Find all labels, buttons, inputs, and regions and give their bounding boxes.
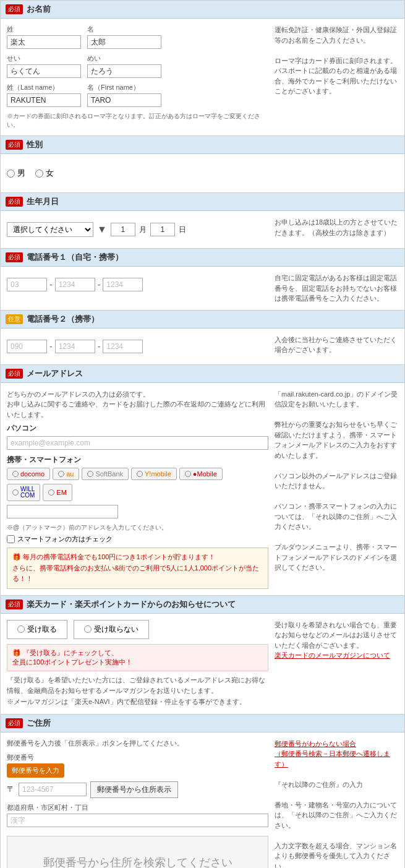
gender-title: 性別 <box>27 139 43 150</box>
carrier-ymobile[interactable]: Y!mobile <box>131 468 177 480</box>
zip-tooltip-button[interactable]: 郵便番号を入力 <box>7 763 64 778</box>
magazine-decline-btn[interactable]: 受け取らない <box>74 620 149 639</box>
carrier-softbank-radio[interactable] <box>87 471 93 477</box>
carrier-ymobile-radio[interactable] <box>137 471 143 477</box>
carrier-omobile-label: ●Mobile <box>193 470 217 478</box>
zip-tooltip-area: 郵便番号を入力 <box>7 763 64 778</box>
carrier-docomo-radio[interactable] <box>12 471 19 477</box>
phone1-part3-input[interactable] <box>103 278 143 291</box>
phone2-part3-input[interactable] <box>103 340 143 353</box>
carrier-au[interactable]: au <box>53 468 79 480</box>
smartphone-checkbox[interactable] <box>7 535 15 543</box>
zip-field-label: 郵便番号 <box>7 753 64 762</box>
zip-input[interactable] <box>19 783 87 796</box>
gender-male-label[interactable]: 男 <box>7 168 25 179</box>
phone2-part1-input[interactable] <box>7 340 47 353</box>
at-note: ※@（アットマーク）前のアドレスを入力してください。 <box>7 523 268 532</box>
magazine-note: 受け取りを希望されない場合でも、重要なお知らせなどのメールはお送りさせていただく… <box>275 620 398 708</box>
email-promo-line2: さらに、携帯電話料金のお支払い&街でのご利用で5人に1人1,000ポイントが当た… <box>12 564 259 583</box>
email-promo-line1: 毎月の携帯電話料金でも100円につき1ポイントが貯まります！ <box>23 553 215 561</box>
carrier-em-label: EM <box>56 489 67 496</box>
gender-male-radio[interactable] <box>7 170 15 178</box>
magazine-badge: 必須 <box>6 599 23 609</box>
phone2-part2-input[interactable] <box>55 340 95 353</box>
mobile-email-input[interactable] <box>7 505 118 518</box>
pref-label: 都道府県・市区町村・丁目 <box>7 803 268 812</box>
carrier-au-radio[interactable] <box>58 471 64 477</box>
carrier-willcom[interactable]: WILLCOM <box>7 484 40 501</box>
hira-first-input[interactable] <box>87 64 161 78</box>
phone2-title: 電話番号２（携帯） <box>27 314 99 325</box>
gender-male-text: 男 <box>17 168 25 179</box>
pc-email-input[interactable] <box>7 436 268 450</box>
name-section-header: 必須 お名前 <box>1 1 404 19</box>
carrier-em[interactable]: EM <box>43 484 72 501</box>
email-section: 必須 メールアドレス どちらかのメールアドレスの入力は必須です。お申し込みに関す… <box>1 365 404 596</box>
hira-first-label: めい <box>87 54 161 63</box>
roman-first-input[interactable] <box>87 93 161 107</box>
carrier-docomo[interactable]: docomo <box>7 468 50 480</box>
hira-last-input[interactable] <box>7 64 81 78</box>
phone2-sep2: - <box>98 342 101 351</box>
hira-row: せい めい <box>7 54 268 78</box>
email-intro: どちらかのメールアドレスの入力は必須です。お申し込みに関するご連絡や、カードをお… <box>7 389 268 420</box>
carrier-willcom-radio[interactable] <box>12 489 19 496</box>
birthday-year-select[interactable]: 選択してください <box>7 222 93 237</box>
magazine-receive-btn[interactable]: 受け取る <box>7 620 67 639</box>
phone1-part1-input[interactable] <box>7 278 47 291</box>
gender-note <box>275 160 398 186</box>
address-note-body1: 『それ以降のご住所』の入力番地・号・建物名・号室の入力については、「それ以降のご… <box>275 781 397 868</box>
email-title: メールアドレス <box>27 368 83 379</box>
phone1-section: 必須 電話番号１（自宅・携帯） - - 自宅に固定電話があるお客様は固定電話番号… <box>1 249 404 311</box>
magazine-section-body: 受け取る 受け取らない 🎁 『受け取る』にチェックして、全員に100ポイントプレ… <box>1 614 404 714</box>
phone1-title: 電話番号１（自宅・携帯） <box>27 252 123 263</box>
pc-email-label: パソコン <box>7 423 268 434</box>
roman-first-label: 名（First name） <box>87 83 161 92</box>
phone2-note: 入会後に当社からご連絡させていただく場合がございます。 <box>275 335 398 358</box>
magazine-receive-label: 受け取る <box>27 624 57 635</box>
magazine-receive-radio[interactable] <box>17 625 25 633</box>
carrier-omobile-radio[interactable] <box>185 471 191 477</box>
magazine-decline-radio[interactable] <box>84 625 92 633</box>
birthday-form-area: 選択してください ▼ 月 日 <box>7 217 268 242</box>
address-section: 必須 ご住所 郵便番号を入力後「住所表示」ボタンを押してください。 郵便番号 郵… <box>1 715 404 868</box>
magazine-decline-label: 受け取らない <box>94 624 139 635</box>
birthday-day-input[interactable] <box>150 223 175 236</box>
roman-note: ※カードの券面に刻印されるローマ字となります。訂正がある方はローマ字をご変更くだ… <box>7 112 268 129</box>
carrier-willcom-label: WILLCOM <box>20 486 35 499</box>
carrier-ymobile-label: Y!mobile <box>145 470 171 478</box>
carrier-em-radio[interactable] <box>48 489 54 496</box>
phone1-section-body: - - 自宅に固定電話があるお客様は固定電話番号を、固定電話をお持ちでないお客様… <box>1 267 404 310</box>
kanji-last-label: 姓 <box>7 25 81 34</box>
gift-icon: 🎁 <box>12 553 21 561</box>
zip-row: 〒 郵便番号から住所表示 <box>7 781 268 798</box>
kanji-last-input[interactable] <box>7 35 81 49</box>
kanji-first-group: 名 <box>87 25 161 49</box>
phone1-part2-input[interactable] <box>55 278 95 291</box>
zip-label-container: 郵便番号 郵便番号を入力 <box>7 753 64 778</box>
kanji-first-input[interactable] <box>87 35 161 49</box>
phone1-sep1: - <box>49 280 53 290</box>
gender-section-header: 必須 性別 <box>1 136 404 154</box>
zip-unknown-link[interactable]: 郵便番号がわからない場合 <box>275 740 356 747</box>
carrier-grid2: WILLCOM EM <box>7 484 268 501</box>
carrier-softbank[interactable]: SoftBank <box>82 468 129 480</box>
email-section-header: 必須 メールアドレス <box>1 365 404 383</box>
carrier-omobile[interactable]: ●Mobile <box>179 468 223 480</box>
gender-form-area: 男 女 <box>7 160 268 186</box>
zip-prefix: 〒 <box>7 784 15 795</box>
pref-input[interactable] <box>7 814 268 827</box>
roman-last-input[interactable] <box>7 93 81 107</box>
phone2-badge: 任意 <box>6 314 23 324</box>
name-title: お名前 <box>27 4 51 15</box>
gender-female-label[interactable]: 女 <box>35 168 54 179</box>
gender-female-radio[interactable] <box>35 170 43 178</box>
magazine-section-header: 必須 楽天カード・楽天ポイントカードからのお知らせについて <box>1 596 404 614</box>
gender-section: 必須 性別 男 女 <box>1 136 404 193</box>
birthday-month-input[interactable] <box>111 223 135 236</box>
month-label: 月 <box>139 225 147 235</box>
magazine-note-link[interactable]: 楽天カードのメールマガジンについて <box>275 651 390 659</box>
zip-search-link[interactable]: （郵便番号検索－日本郵便へ遷移します） <box>275 750 390 768</box>
zip-search-button[interactable]: 郵便番号から住所表示 <box>90 781 178 798</box>
smartphone-check-row: スマートフォンの方はチェック <box>7 535 268 544</box>
